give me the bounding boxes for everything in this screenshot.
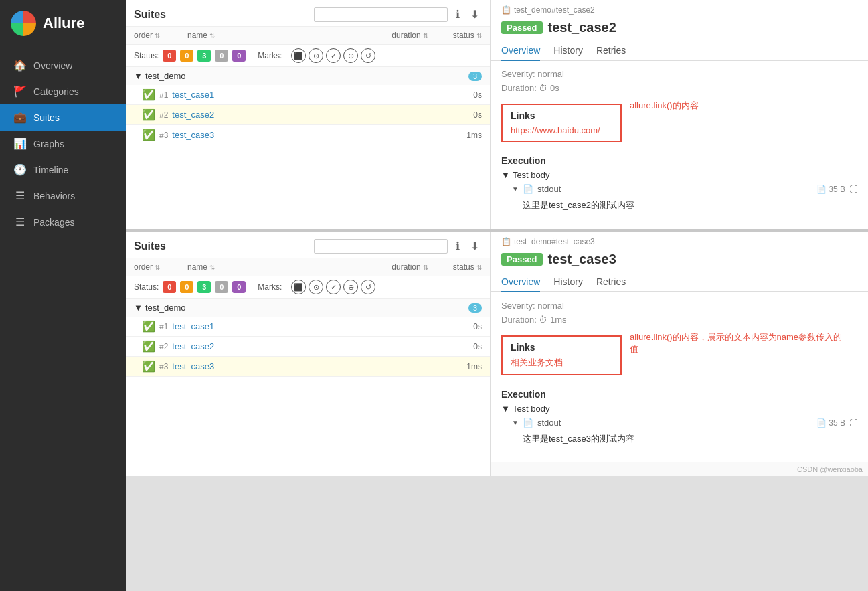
links-annotation-1: allure.link()的内容 xyxy=(630,97,699,112)
test-row-2-1[interactable]: ✅ #1 test_case1 0s xyxy=(126,317,490,337)
badge-gray-2[interactable]: 0 xyxy=(215,281,228,293)
test-name-1-1[interactable]: test_case1 xyxy=(172,90,473,100)
tab-retries-1[interactable]: Retries xyxy=(596,41,626,61)
tab-overview-2[interactable]: Overview xyxy=(501,272,540,292)
sidebar-item-categories[interactable]: 🚩 Categories xyxy=(0,78,126,104)
mark-icon-1b[interactable]: ⊙ xyxy=(309,48,323,63)
panel-row-1: Suites ℹ ⬇ order ⇅ name ⇅ duration xyxy=(126,0,868,232)
footer-note: CSDN @wenxiaoba xyxy=(491,462,868,476)
stdout-chevron-1: ▼ xyxy=(512,185,519,193)
tab-overview-1[interactable]: Overview xyxy=(501,41,540,61)
search-input-1[interactable] xyxy=(314,7,448,22)
flag-icon: 🚩 xyxy=(13,85,27,98)
test-num-1-3: #3 xyxy=(159,131,168,140)
download-button-1[interactable]: ⬇ xyxy=(468,7,482,22)
body-label-2: Test body xyxy=(513,404,550,414)
badge-gray-1[interactable]: 0 xyxy=(215,50,228,62)
body-label-1: Test body xyxy=(513,170,550,180)
order-sort-1[interactable]: ⇅ xyxy=(155,32,160,39)
sidebar-item-packages[interactable]: ☰ Packages xyxy=(0,209,126,235)
search-input-2[interactable] xyxy=(314,239,448,254)
badge-purple-1[interactable]: 0 xyxy=(232,50,246,62)
links-url-1[interactable]: https://www.baidu.com/ xyxy=(511,125,600,135)
passed-badge-1: Passed xyxy=(501,21,543,34)
group-name-1: test_demo xyxy=(145,71,468,81)
stdout-row-2: ▼ 📄 stdout 📄 35 B ⛶ xyxy=(501,416,857,429)
badge-green-1[interactable]: 3 xyxy=(197,50,211,62)
duration-sort-1[interactable]: ⇅ xyxy=(423,32,428,39)
pass-icon-2-3: ✅ xyxy=(142,360,155,373)
test-body-header-1[interactable]: ▼ Test body xyxy=(501,170,857,180)
test-body-section-2: ▼ Test body ▼ 📄 stdout 📄 35 B ⛶ 这里是test_… xyxy=(501,404,857,449)
test-num-2-3: #3 xyxy=(159,362,168,371)
mark-icon-2d[interactable]: ⊕ xyxy=(343,280,358,294)
test-row-2-3[interactable]: ✅ #3 test_case3 1ms xyxy=(126,357,490,377)
links-title-1: Links xyxy=(511,110,612,121)
detail-breadcrumb-1: 📋 test_demo#test_case2 xyxy=(491,0,868,17)
status-label-col-1: status xyxy=(453,31,474,40)
sidebar-label-categories: Categories xyxy=(33,86,79,97)
test-row-2-2[interactable]: ✅ #2 test_case2 0s xyxy=(126,337,490,357)
mark-icon-2c[interactable]: ✓ xyxy=(326,280,341,294)
table-header-2: order ⇅ name ⇅ duration ⇅ status ⇅ xyxy=(126,258,490,276)
test-name-1-3[interactable]: test_case3 xyxy=(172,130,466,140)
detail-tabs-2: Overview History Retries xyxy=(491,272,868,292)
mark-icon-1a[interactable]: ⬛ xyxy=(291,48,306,63)
expand-icon-1[interactable]: ⛶ xyxy=(849,185,857,194)
test-name-2-1[interactable]: test_case1 xyxy=(172,321,473,331)
suite-group-header-1[interactable]: ▼ test_demo 3 xyxy=(126,67,490,85)
badge-purple-2[interactable]: 0 xyxy=(232,281,246,293)
mark-icon-1e[interactable]: ↺ xyxy=(361,48,375,63)
sidebar-item-overview[interactable]: 🏠 Overview xyxy=(0,52,126,78)
pass-icon-2-2: ✅ xyxy=(142,340,155,353)
severity-value-1: normal xyxy=(537,69,564,79)
execution-title-1: Execution xyxy=(501,155,857,166)
col-order-2: order ⇅ xyxy=(134,262,187,272)
name-sort-1[interactable]: ⇅ xyxy=(209,32,215,39)
links-title-2: Links xyxy=(511,342,612,353)
status-sort-1[interactable]: ⇅ xyxy=(476,32,482,39)
mark-icon-2a[interactable]: ⬛ xyxy=(291,280,306,294)
tab-retries-2[interactable]: Retries xyxy=(596,272,626,292)
sidebar-label-suites: Suites xyxy=(33,112,60,123)
mark-icon-2b[interactable]: ⊙ xyxy=(309,280,323,294)
sidebar-item-graphs[interactable]: 📊 Graphs xyxy=(0,131,126,157)
test-name-2-3[interactable]: test_case3 xyxy=(172,361,466,371)
sidebar-item-behaviors[interactable]: ☰ Behaviors xyxy=(0,183,126,209)
sidebar-item-suites[interactable]: 💼 Suites xyxy=(0,104,126,131)
sidebar-item-timeline[interactable]: 🕐 Timeline xyxy=(0,157,126,183)
info-button-2[interactable]: ℹ xyxy=(453,238,462,254)
test-name-1-2[interactable]: test_case2 xyxy=(172,110,473,120)
badge-green-2[interactable]: 3 xyxy=(197,281,211,293)
download-button-2[interactable]: ⬇ xyxy=(468,238,482,254)
col-name-2: name ⇅ xyxy=(187,262,368,272)
tab-history-1[interactable]: History xyxy=(553,41,583,61)
tab-history-2[interactable]: History xyxy=(553,272,583,292)
mark-icon-2e[interactable]: ↺ xyxy=(361,280,375,294)
suites-header-1: Suites ℹ ⬇ xyxy=(126,0,490,27)
badge-orange-2[interactable]: 0 xyxy=(180,281,193,293)
mark-icon-1c[interactable]: ✓ xyxy=(326,48,341,63)
test-row-1-3[interactable]: ✅ #3 test_case3 1ms xyxy=(126,125,490,145)
badge-orange-1[interactable]: 0 xyxy=(180,50,193,62)
links-row-1: Links https://www.baidu.com/ allure.link… xyxy=(501,97,857,149)
stdout-content-1: 这里是test_case2的测试内容 xyxy=(501,195,857,216)
info-button-1[interactable]: ℹ xyxy=(453,7,462,22)
order-label-1: order xyxy=(134,31,153,40)
badge-red-2[interactable]: 0 xyxy=(163,281,176,293)
badge-red-1[interactable]: 0 xyxy=(163,50,176,62)
col-status-2: status ⇅ xyxy=(428,262,482,272)
stdout-file-icon-2: 📄 xyxy=(523,418,533,428)
test-name-2-2[interactable]: test_case2 xyxy=(172,341,473,351)
mark-icon-1d[interactable]: ⊕ xyxy=(343,48,358,63)
suite-group-header-2[interactable]: ▼ test_demo 3 xyxy=(126,299,490,317)
test-row-1-2[interactable]: ✅ #2 test_case2 0s xyxy=(126,105,490,125)
links-url-2[interactable]: 相关业务文档 xyxy=(511,357,563,367)
expand-icon-2[interactable]: ⛶ xyxy=(849,418,857,428)
suites-header-2: Suites ℹ ⬇ xyxy=(126,232,490,258)
test-body-header-2[interactable]: ▼ Test body xyxy=(501,404,857,414)
breadcrumb-icon-2: 📋 xyxy=(501,237,511,246)
test-duration-1-1: 0s xyxy=(473,90,482,100)
test-row-1-1[interactable]: ✅ #1 test_case1 0s xyxy=(126,85,490,105)
main-content: Suites ℹ ⬇ order ⇅ name ⇅ duration xyxy=(126,0,868,591)
